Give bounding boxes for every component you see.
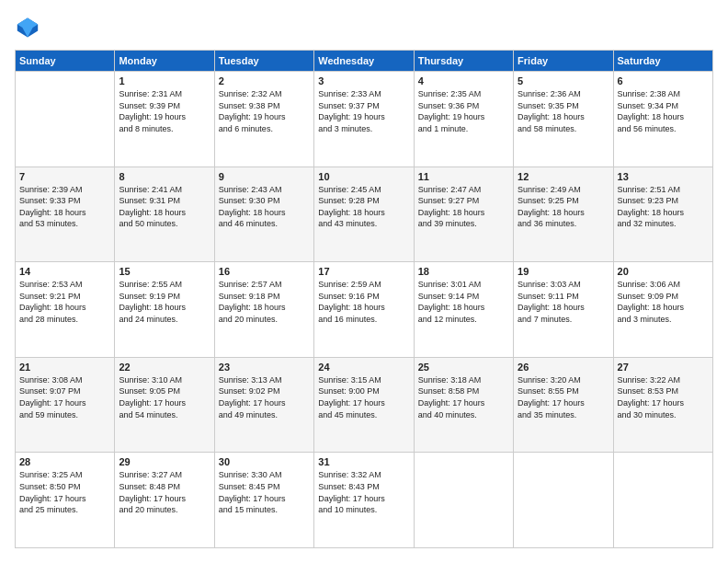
day-info: Sunrise: 3:03 AM Sunset: 9:11 PM Dayligh… — [518, 279, 609, 325]
day-info: Sunrise: 2:38 AM Sunset: 9:34 PM Dayligh… — [618, 88, 709, 134]
calendar-cell — [514, 453, 613, 548]
calendar-week-row: 1Sunrise: 2:31 AM Sunset: 9:39 PM Daylig… — [16, 72, 713, 167]
calendar-week-row: 14Sunrise: 2:53 AM Sunset: 9:21 PM Dayli… — [16, 262, 713, 358]
calendar-cell: 21Sunrise: 3:08 AM Sunset: 9:07 PM Dayli… — [16, 357, 115, 453]
day-number: 5 — [518, 75, 609, 86]
day-number: 20 — [618, 266, 709, 277]
day-info: Sunrise: 2:43 AM Sunset: 9:30 PM Dayligh… — [219, 184, 310, 230]
calendar-cell: 15Sunrise: 2:55 AM Sunset: 9:19 PM Dayli… — [115, 262, 214, 358]
day-number: 31 — [318, 456, 409, 467]
calendar-cell: 13Sunrise: 2:51 AM Sunset: 9:23 PM Dayli… — [613, 167, 712, 262]
day-info: Sunrise: 3:27 AM Sunset: 8:48 PM Dayligh… — [119, 469, 210, 515]
day-number: 29 — [119, 456, 210, 467]
calendar-cell: 14Sunrise: 2:53 AM Sunset: 9:21 PM Dayli… — [16, 262, 115, 358]
day-info: Sunrise: 3:20 AM Sunset: 8:55 PM Dayligh… — [518, 374, 609, 420]
day-info: Sunrise: 2:55 AM Sunset: 9:19 PM Dayligh… — [119, 279, 210, 325]
day-number: 1 — [119, 75, 210, 86]
calendar-cell: 25Sunrise: 3:18 AM Sunset: 8:58 PM Dayli… — [414, 357, 513, 453]
day-number: 7 — [19, 171, 110, 182]
calendar-header-row: SundayMondayTuesdayWednesdayThursdayFrid… — [16, 51, 713, 72]
day-info: Sunrise: 3:15 AM Sunset: 9:00 PM Dayligh… — [318, 374, 409, 420]
day-info: Sunrise: 3:25 AM Sunset: 8:50 PM Dayligh… — [19, 469, 110, 515]
day-number: 26 — [518, 362, 609, 373]
calendar-weekday-sunday: Sunday — [16, 51, 115, 72]
calendar-cell: 20Sunrise: 3:06 AM Sunset: 9:09 PM Dayli… — [613, 262, 712, 358]
calendar-cell: 26Sunrise: 3:20 AM Sunset: 8:55 PM Dayli… — [514, 357, 613, 453]
calendar-cell: 4Sunrise: 2:35 AM Sunset: 9:36 PM Daylig… — [414, 72, 513, 167]
calendar-weekday-monday: Monday — [115, 51, 214, 72]
day-number: 10 — [318, 171, 409, 182]
day-number: 25 — [418, 362, 509, 373]
day-number: 3 — [318, 75, 409, 86]
calendar-table: SundayMondayTuesdayWednesdayThursdayFrid… — [15, 50, 713, 548]
day-number: 11 — [418, 171, 509, 182]
calendar-week-row: 7Sunrise: 2:39 AM Sunset: 9:33 PM Daylig… — [16, 167, 713, 262]
calendar-cell: 3Sunrise: 2:33 AM Sunset: 9:37 PM Daylig… — [314, 72, 414, 167]
day-number: 8 — [119, 171, 210, 182]
day-info: Sunrise: 2:49 AM Sunset: 9:25 PM Dayligh… — [518, 184, 609, 230]
day-info: Sunrise: 3:06 AM Sunset: 9:09 PM Dayligh… — [618, 279, 709, 325]
calendar-cell: 6Sunrise: 2:38 AM Sunset: 9:34 PM Daylig… — [613, 72, 712, 167]
calendar-cell — [613, 453, 712, 548]
calendar-cell: 8Sunrise: 2:41 AM Sunset: 9:31 PM Daylig… — [115, 167, 214, 262]
day-info: Sunrise: 3:22 AM Sunset: 8:53 PM Dayligh… — [618, 374, 709, 420]
calendar-cell: 22Sunrise: 3:10 AM Sunset: 9:05 PM Dayli… — [115, 357, 214, 453]
day-info: Sunrise: 3:30 AM Sunset: 8:45 PM Dayligh… — [219, 469, 310, 515]
day-number: 15 — [119, 266, 210, 277]
calendar-cell: 10Sunrise: 2:45 AM Sunset: 9:28 PM Dayli… — [314, 167, 414, 262]
page: SundayMondayTuesdayWednesdayThursdayFrid… — [0, 0, 728, 563]
day-info: Sunrise: 3:13 AM Sunset: 9:02 PM Dayligh… — [219, 374, 310, 420]
calendar-cell: 24Sunrise: 3:15 AM Sunset: 9:00 PM Dayli… — [314, 357, 414, 453]
calendar-weekday-tuesday: Tuesday — [214, 51, 313, 72]
day-number: 27 — [618, 362, 709, 373]
calendar-cell: 9Sunrise: 2:43 AM Sunset: 9:30 PM Daylig… — [214, 167, 313, 262]
day-info: Sunrise: 3:10 AM Sunset: 9:05 PM Dayligh… — [119, 374, 210, 420]
calendar-weekday-wednesday: Wednesday — [314, 51, 414, 72]
day-info: Sunrise: 2:51 AM Sunset: 9:23 PM Dayligh… — [618, 184, 709, 230]
calendar-cell: 31Sunrise: 3:32 AM Sunset: 8:43 PM Dayli… — [314, 453, 414, 548]
calendar-cell: 2Sunrise: 2:32 AM Sunset: 9:38 PM Daylig… — [214, 72, 313, 167]
logo — [15, 15, 44, 40]
calendar-cell: 12Sunrise: 2:49 AM Sunset: 9:25 PM Dayli… — [514, 167, 613, 262]
calendar-cell: 27Sunrise: 3:22 AM Sunset: 8:53 PM Dayli… — [613, 357, 712, 453]
day-info: Sunrise: 2:59 AM Sunset: 9:16 PM Dayligh… — [318, 279, 409, 325]
calendar-cell — [16, 72, 115, 167]
calendar-cell: 5Sunrise: 2:36 AM Sunset: 9:35 PM Daylig… — [514, 72, 613, 167]
day-info: Sunrise: 2:47 AM Sunset: 9:27 PM Dayligh… — [418, 184, 509, 230]
day-number: 16 — [219, 266, 310, 277]
calendar-cell: 1Sunrise: 2:31 AM Sunset: 9:39 PM Daylig… — [115, 72, 214, 167]
calendar-cell: 23Sunrise: 3:13 AM Sunset: 9:02 PM Dayli… — [214, 357, 313, 453]
calendar-cell: 18Sunrise: 3:01 AM Sunset: 9:14 PM Dayli… — [414, 262, 513, 358]
day-info: Sunrise: 2:57 AM Sunset: 9:18 PM Dayligh… — [219, 279, 310, 325]
day-info: Sunrise: 2:32 AM Sunset: 9:38 PM Dayligh… — [219, 88, 310, 134]
day-info: Sunrise: 2:36 AM Sunset: 9:35 PM Dayligh… — [518, 88, 609, 134]
day-number: 19 — [518, 266, 609, 277]
day-number: 28 — [19, 456, 110, 467]
calendar-cell: 28Sunrise: 3:25 AM Sunset: 8:50 PM Dayli… — [16, 453, 115, 548]
day-number: 13 — [618, 171, 709, 182]
day-number: 24 — [318, 362, 409, 373]
day-number: 12 — [518, 171, 609, 182]
calendar-cell: 11Sunrise: 2:47 AM Sunset: 9:27 PM Dayli… — [414, 167, 513, 262]
calendar-cell: 19Sunrise: 3:03 AM Sunset: 9:11 PM Dayli… — [514, 262, 613, 358]
calendar-cell: 30Sunrise: 3:30 AM Sunset: 8:45 PM Dayli… — [214, 453, 313, 548]
day-info: Sunrise: 3:32 AM Sunset: 8:43 PM Dayligh… — [318, 469, 409, 515]
day-number: 4 — [418, 75, 509, 86]
day-number: 23 — [219, 362, 310, 373]
logo-icon — [15, 15, 40, 40]
calendar-weekday-saturday: Saturday — [613, 51, 712, 72]
header — [15, 15, 713, 40]
day-number: 6 — [618, 75, 709, 86]
day-info: Sunrise: 2:53 AM Sunset: 9:21 PM Dayligh… — [19, 279, 110, 325]
day-info: Sunrise: 3:01 AM Sunset: 9:14 PM Dayligh… — [418, 279, 509, 325]
day-info: Sunrise: 2:41 AM Sunset: 9:31 PM Dayligh… — [119, 184, 210, 230]
day-info: Sunrise: 2:31 AM Sunset: 9:39 PM Dayligh… — [119, 88, 210, 134]
day-info: Sunrise: 3:08 AM Sunset: 9:07 PM Dayligh… — [19, 374, 110, 420]
calendar-cell — [414, 453, 513, 548]
calendar-week-row: 28Sunrise: 3:25 AM Sunset: 8:50 PM Dayli… — [16, 453, 713, 548]
day-number: 21 — [19, 362, 110, 373]
calendar-weekday-friday: Friday — [514, 51, 613, 72]
day-number: 17 — [318, 266, 409, 277]
calendar-weekday-thursday: Thursday — [414, 51, 513, 72]
day-info: Sunrise: 2:35 AM Sunset: 9:36 PM Dayligh… — [418, 88, 509, 134]
